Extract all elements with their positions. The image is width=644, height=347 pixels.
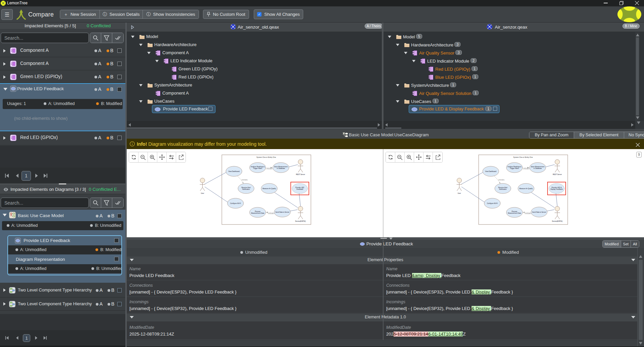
- svg-text:System One or Entity One: System One or Entity One: [513, 156, 533, 158]
- svg-text:In Database: In Database: [533, 168, 542, 169]
- svg-text:Analyze Readings &: Analyze Readings &: [251, 166, 265, 168]
- svg-text:Receive Alert: Receive Alert: [241, 187, 251, 188]
- svg-text:Send Data to Server: Send Data to Server: [275, 211, 289, 213]
- svg-text:In Database: In Database: [277, 168, 285, 169]
- svg-text:Trigger Alarm: Trigger Alarm: [253, 168, 263, 169]
- svg-text:Send Data to Server: Send Data to Server: [532, 211, 546, 213]
- svg-text:View Dashboard: View Dashboard: [228, 171, 240, 172]
- svg-text:System One or Entity One: System One or Entity One: [256, 156, 276, 158]
- svg-text:«include»: «include»: [523, 168, 530, 170]
- svg-text:Measure Air Quality: Measure Air Quality: [519, 188, 533, 189]
- svg-text:Store Measurement: Store Measurement: [531, 166, 545, 168]
- svg-text:«include»: «include»: [498, 179, 505, 181]
- svg-text:«include»: «include»: [525, 213, 531, 214]
- svg-text:Provide LED &: Provide LED &: [552, 187, 562, 188]
- svg-text:Notification: Notification: [242, 188, 250, 190]
- svg-text:Measure Air Quality: Measure Air Quality: [263, 188, 276, 189]
- svg-text:Configure Wi-Fi: Configure Wi-Fi: [487, 203, 498, 204]
- svg-text:View Dashboard: View Dashboard: [485, 171, 496, 172]
- svg-text:Process: Process: [512, 211, 517, 212]
- svg-text:Notification: Notification: [499, 188, 507, 190]
- svg-text:Device(ESP32): Device(ESP32): [295, 220, 306, 222]
- svg-text:REST Server: REST Server: [296, 174, 305, 175]
- svg-text:«include»: «include»: [266, 168, 273, 170]
- svg-text:Receive Alert: Receive Alert: [498, 187, 508, 188]
- svg-text:Store Measurement: Store Measurement: [274, 166, 288, 168]
- svg-text:Measurement Data: Measurement Data: [508, 212, 521, 214]
- svg-text:Process: Process: [255, 211, 260, 212]
- svg-text:User: User: [201, 193, 204, 194]
- svg-text:Analyze Readings &: Analyze Readings &: [508, 166, 521, 168]
- svg-text:Provide LED: Provide LED: [295, 187, 304, 188]
- svg-text:REST Server: REST Server: [553, 174, 562, 175]
- svg-text:«include»: «include»: [268, 213, 275, 214]
- svg-text:Feedback: Feedback: [296, 188, 304, 190]
- svg-text:«include»: «include»: [241, 179, 248, 181]
- svg-text:Measurement Data: Measurement Data: [251, 212, 265, 214]
- svg-text:Device(ESP32): Device(ESP32): [552, 220, 563, 222]
- svg-text:Configure Wi-Fi: Configure Wi-Fi: [230, 203, 241, 204]
- svg-text:Display Feedback: Display Feedback: [551, 188, 563, 190]
- svg-text:Trigger Alarm: Trigger Alarm: [510, 168, 519, 169]
- svg-text:User: User: [458, 193, 461, 194]
